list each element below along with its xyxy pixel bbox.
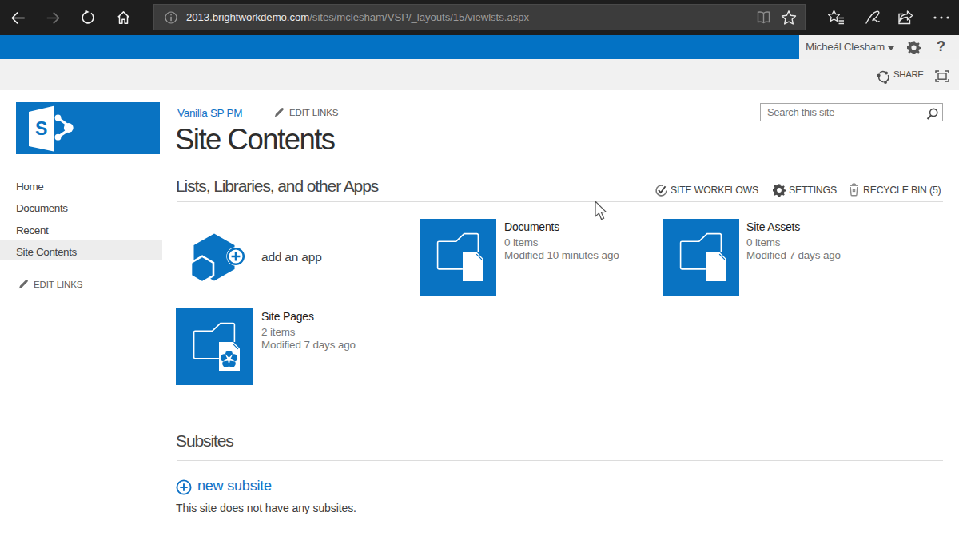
- svg-text:S: S: [35, 118, 47, 139]
